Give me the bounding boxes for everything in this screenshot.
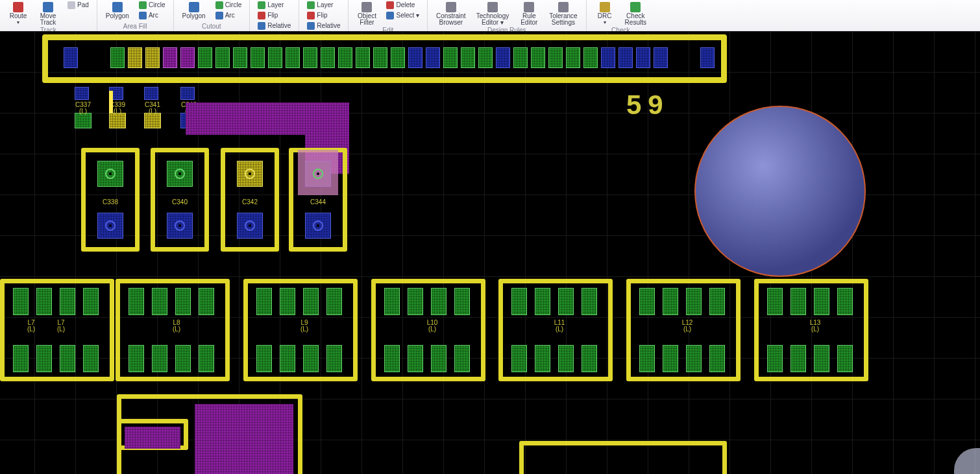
inductor-pad [83, 345, 99, 372]
inductor-pad [454, 288, 470, 315]
drc-button[interactable]: DRC▾ [592, 0, 618, 27]
inductor-pad [814, 345, 829, 372]
copper-pour [195, 404, 293, 474]
move-layer-button[interactable]: Layer [255, 0, 293, 10]
ribbon-label: Layer [267, 1, 284, 10]
inductor-pad [686, 288, 702, 315]
ribbon-label: Arc [225, 11, 235, 20]
connector-pad [268, 47, 282, 68]
connector-pad [700, 47, 715, 68]
connector-pad [198, 47, 212, 68]
inductor-pad [303, 345, 319, 372]
group-edit: Object FilterDeleteSelect ▾Edit [349, 0, 428, 31]
inductor-pad [256, 345, 272, 372]
inductor-pad [709, 288, 725, 315]
connector-pad [251, 47, 265, 68]
areafill-arc-button[interactable]: Arc [136, 10, 168, 21]
cutout-polygon-icon [189, 2, 199, 12]
dup-layer-icon [307, 1, 315, 9]
cutout-circle-icon [215, 1, 223, 9]
inductor-pad [790, 288, 806, 315]
pad-button[interactable]: Pad [65, 0, 92, 10]
move-relative-icon [258, 22, 265, 30]
inductor-pad [60, 288, 75, 315]
inductor-pad [326, 345, 342, 372]
ribbon-label: Tolerance Settings [549, 13, 577, 26]
areafill-polygon-button[interactable]: Polygon [103, 0, 132, 20]
connector-pad [356, 47, 370, 68]
cap-pad [144, 113, 161, 128]
move-track-button[interactable]: Move Track [35, 0, 61, 27]
via [105, 169, 116, 179]
tolerance-settings-button[interactable]: Tolerance Settings [546, 0, 580, 27]
cutout-circle-button[interactable]: Circle [213, 0, 245, 10]
via [245, 220, 255, 231]
inductor-pad [767, 288, 783, 315]
object-filter-button[interactable]: Object Filter [354, 0, 380, 27]
dup-relative-button[interactable]: Relative [304, 21, 343, 31]
inductor-pad [326, 288, 342, 315]
ribbon-label: Layer [317, 1, 333, 10]
group-move: LayerFlipRelativeSectionMove [250, 0, 299, 31]
technology-editor-icon [487, 2, 498, 12]
inductor-pad [280, 288, 295, 315]
silkscreen-label: C341 [141, 101, 164, 108]
inductor-pad [152, 288, 167, 315]
inductor-pad [535, 345, 550, 372]
dup-flip-button[interactable]: Flip [304, 10, 343, 21]
inductor-pad [175, 345, 191, 372]
route-button[interactable]: Route▾ [5, 0, 31, 27]
areafill-polygon-icon [112, 2, 123, 12]
ribbon-label: Circle [225, 1, 242, 10]
constraint-browser-icon [446, 2, 456, 12]
connector-pad [636, 47, 650, 68]
rule-editor-button[interactable]: Rule Editor [516, 0, 542, 27]
cap-pad [144, 87, 158, 100]
inductor-pad [639, 288, 655, 315]
connector-pad [478, 47, 493, 68]
cutout-arc-button[interactable]: Arc [213, 10, 245, 21]
connector-pad [654, 47, 668, 68]
select-button[interactable]: Select ▾ [384, 10, 422, 21]
dup-relative-icon [307, 22, 315, 30]
move-flip-icon [258, 12, 265, 19]
dup-layer-button[interactable]: Layer [304, 0, 343, 10]
group-designrules: Constraint BrowserTechnology Editor ▾Rul… [428, 0, 587, 31]
ribbon-label: Rule Editor [521, 13, 537, 26]
move-track-icon [43, 2, 53, 12]
pcb-canvas[interactable]: C337(L)C339(L)C341(L)C343(L)C338C340C342… [0, 31, 980, 474]
check-results-button[interactable]: Check Results [622, 0, 650, 27]
inductor-pad [13, 288, 29, 315]
ribbon-group-label: Area Fill [103, 23, 168, 31]
group-duplicate: LayerFlipRelativeDuplicate [299, 0, 349, 31]
dropdown-indicator-icon: ▾ [604, 19, 606, 26]
inductor-pad [384, 345, 400, 372]
move-flip-button[interactable]: Flip [255, 10, 293, 21]
constraint-browser-button[interactable]: Constraint Browser [433, 0, 469, 27]
ribbon-label: DRC [598, 13, 612, 19]
ribbon-label: Arc [149, 11, 158, 20]
inductor-pad [13, 345, 29, 372]
cutout-polygon-button[interactable]: Polygon [179, 0, 209, 20]
route-icon [13, 2, 23, 12]
inductor-pad [767, 345, 783, 372]
ribbon-label: Technology Editor ▾ [476, 13, 509, 26]
cap-pad [180, 87, 195, 100]
ribbon-label: Check Results [625, 13, 646, 26]
ribbon-label: Circle [149, 1, 165, 10]
inductor-pad [558, 288, 574, 315]
areafill-circle-button[interactable]: Circle [136, 0, 168, 10]
ribbon-label: Move Track [40, 13, 56, 26]
connector-pad [619, 47, 633, 68]
cursor-marker [109, 91, 113, 113]
connector-pad [163, 47, 177, 68]
inductor-pad [511, 288, 527, 315]
connector-pad [338, 47, 352, 68]
move-relative-button[interactable]: Relative [255, 21, 293, 31]
cap-pad [75, 87, 89, 100]
connector-pad [443, 47, 458, 68]
inductor-pad [814, 288, 829, 315]
connector-pad [583, 47, 598, 68]
delete-button[interactable]: Delete [384, 0, 422, 10]
technology-editor-button[interactable]: Technology Editor ▾ [473, 0, 513, 27]
